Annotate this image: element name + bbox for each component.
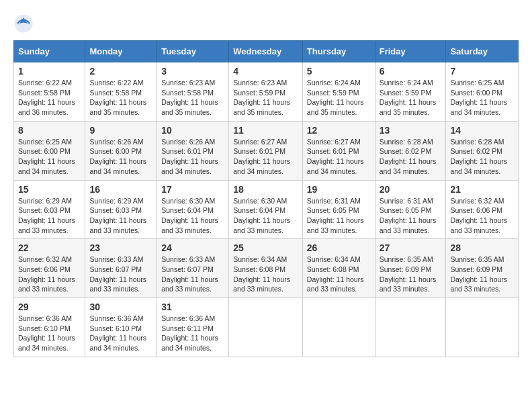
day-info: Sunrise: 6:31 AM Sunset: 6:05 PM Dayligh… bbox=[380, 196, 442, 236]
calendar-cell: 20 Sunrise: 6:31 AM Sunset: 6:05 PM Dayl… bbox=[375, 180, 446, 239]
day-info: Sunrise: 6:32 AM Sunset: 6:06 PM Dayligh… bbox=[18, 255, 81, 294]
day-number: 1 bbox=[18, 66, 81, 77]
day-number: 26 bbox=[307, 242, 371, 253]
day-number: 13 bbox=[380, 125, 442, 136]
calendar-cell: 27 Sunrise: 6:35 AM Sunset: 6:09 PM Dayl… bbox=[375, 239, 446, 298]
calendar-cell: 21 Sunrise: 6:32 AM Sunset: 6:06 PM Dayl… bbox=[446, 180, 519, 239]
day-number: 23 bbox=[89, 242, 152, 253]
day-number: 2 bbox=[89, 66, 152, 77]
calendar-cell: 18 Sunrise: 6:30 AM Sunset: 6:04 PM Dayl… bbox=[229, 180, 303, 239]
day-info: Sunrise: 6:26 AM Sunset: 6:00 PM Dayligh… bbox=[89, 137, 152, 177]
calendar-cell: 22 Sunrise: 6:32 AM Sunset: 6:06 PM Dayl… bbox=[14, 239, 85, 298]
day-number: 27 bbox=[380, 242, 442, 253]
day-number: 8 bbox=[18, 125, 81, 136]
calendar-header: SundayMondayTuesdayWednesdayThursdayFrid… bbox=[14, 41, 519, 62]
calendar-cell: 7 Sunrise: 6:25 AM Sunset: 6:00 PM Dayli… bbox=[446, 62, 519, 122]
day-info: Sunrise: 6:26 AM Sunset: 6:01 PM Dayligh… bbox=[161, 137, 224, 177]
day-number: 15 bbox=[18, 184, 81, 195]
day-info: Sunrise: 6:35 AM Sunset: 6:09 PM Dayligh… bbox=[380, 255, 442, 294]
header-day-thursday: Thursday bbox=[302, 41, 375, 62]
day-info: Sunrise: 6:23 AM Sunset: 5:59 PM Dayligh… bbox=[233, 78, 298, 118]
day-info: Sunrise: 6:35 AM Sunset: 6:09 PM Dayligh… bbox=[450, 255, 514, 294]
calendar-week-2: 8 Sunrise: 6:25 AM Sunset: 6:00 PM Dayli… bbox=[14, 121, 519, 180]
day-info: Sunrise: 6:36 AM Sunset: 6:11 PM Dayligh… bbox=[161, 314, 224, 353]
day-number: 28 bbox=[450, 242, 514, 253]
calendar-cell: 24 Sunrise: 6:33 AM Sunset: 6:07 PM Dayl… bbox=[157, 239, 229, 298]
logo bbox=[13, 13, 36, 34]
day-info: Sunrise: 6:24 AM Sunset: 5:59 PM Dayligh… bbox=[307, 78, 371, 118]
calendar-cell: 31 Sunrise: 6:36 AM Sunset: 6:11 PM Dayl… bbox=[157, 298, 229, 357]
calendar-cell: 19 Sunrise: 6:31 AM Sunset: 6:05 PM Dayl… bbox=[302, 180, 375, 239]
day-info: Sunrise: 6:22 AM Sunset: 5:58 PM Dayligh… bbox=[18, 78, 81, 118]
day-info: Sunrise: 6:24 AM Sunset: 5:59 PM Dayligh… bbox=[380, 78, 442, 118]
day-info: Sunrise: 6:33 AM Sunset: 6:07 PM Dayligh… bbox=[161, 255, 224, 294]
day-info: Sunrise: 6:32 AM Sunset: 6:06 PM Dayligh… bbox=[450, 196, 514, 236]
day-info: Sunrise: 6:27 AM Sunset: 6:01 PM Dayligh… bbox=[307, 137, 371, 177]
calendar-cell: 25 Sunrise: 6:34 AM Sunset: 6:08 PM Dayl… bbox=[229, 239, 303, 298]
calendar-cell: 8 Sunrise: 6:25 AM Sunset: 6:00 PM Dayli… bbox=[14, 121, 85, 180]
day-info: Sunrise: 6:36 AM Sunset: 6:10 PM Dayligh… bbox=[89, 314, 152, 353]
calendar-cell: 11 Sunrise: 6:27 AM Sunset: 6:01 PM Dayl… bbox=[229, 121, 303, 180]
day-number: 4 bbox=[233, 66, 298, 77]
header-row: SundayMondayTuesdayWednesdayThursdayFrid… bbox=[14, 41, 519, 62]
day-number: 9 bbox=[89, 125, 152, 136]
calendar-cell: 1 Sunrise: 6:22 AM Sunset: 5:58 PM Dayli… bbox=[14, 62, 85, 122]
day-number: 30 bbox=[89, 302, 152, 312]
calendar-cell: 17 Sunrise: 6:30 AM Sunset: 6:04 PM Dayl… bbox=[157, 180, 229, 239]
day-info: Sunrise: 6:27 AM Sunset: 6:01 PM Dayligh… bbox=[233, 137, 298, 177]
day-number: 6 bbox=[380, 66, 442, 77]
calendar-cell bbox=[229, 298, 303, 357]
day-number: 10 bbox=[161, 125, 224, 136]
calendar-table: SundayMondayTuesdayWednesdayThursdayFrid… bbox=[13, 40, 519, 357]
calendar-cell: 23 Sunrise: 6:33 AM Sunset: 6:07 PM Dayl… bbox=[85, 239, 157, 298]
calendar-cell: 6 Sunrise: 6:24 AM Sunset: 5:59 PM Dayli… bbox=[375, 62, 446, 122]
day-info: Sunrise: 6:23 AM Sunset: 5:58 PM Dayligh… bbox=[161, 78, 224, 118]
calendar-cell: 12 Sunrise: 6:27 AM Sunset: 6:01 PM Dayl… bbox=[302, 121, 375, 180]
day-number: 17 bbox=[161, 184, 224, 195]
day-number: 7 bbox=[450, 66, 514, 77]
day-info: Sunrise: 6:34 AM Sunset: 6:08 PM Dayligh… bbox=[233, 255, 298, 294]
calendar-cell: 28 Sunrise: 6:35 AM Sunset: 6:09 PM Dayl… bbox=[446, 239, 519, 298]
calendar-cell: 2 Sunrise: 6:22 AM Sunset: 5:58 PM Dayli… bbox=[85, 62, 157, 122]
calendar-cell: 4 Sunrise: 6:23 AM Sunset: 5:59 PM Dayli… bbox=[229, 62, 303, 122]
calendar-cell: 13 Sunrise: 6:28 AM Sunset: 6:02 PM Dayl… bbox=[375, 121, 446, 180]
calendar-body: 1 Sunrise: 6:22 AM Sunset: 5:58 PM Dayli… bbox=[14, 62, 519, 357]
calendar-cell: 30 Sunrise: 6:36 AM Sunset: 6:10 PM Dayl… bbox=[85, 298, 157, 357]
calendar-cell bbox=[375, 298, 446, 357]
day-number: 24 bbox=[161, 242, 224, 253]
calendar-cell: 9 Sunrise: 6:26 AM Sunset: 6:00 PM Dayli… bbox=[85, 121, 157, 180]
calendar-cell: 29 Sunrise: 6:36 AM Sunset: 6:10 PM Dayl… bbox=[14, 298, 85, 357]
page-header bbox=[13, 13, 519, 34]
day-info: Sunrise: 6:28 AM Sunset: 6:02 PM Dayligh… bbox=[380, 137, 442, 177]
calendar-cell: 14 Sunrise: 6:28 AM Sunset: 6:02 PM Dayl… bbox=[446, 121, 519, 180]
day-number: 11 bbox=[233, 125, 298, 136]
day-number: 3 bbox=[161, 66, 224, 77]
logo-icon bbox=[13, 13, 34, 34]
day-info: Sunrise: 6:30 AM Sunset: 6:04 PM Dayligh… bbox=[161, 196, 224, 236]
calendar-cell: 10 Sunrise: 6:26 AM Sunset: 6:01 PM Dayl… bbox=[157, 121, 229, 180]
header-day-saturday: Saturday bbox=[446, 41, 519, 62]
header-day-wednesday: Wednesday bbox=[229, 41, 303, 62]
header-day-sunday: Sunday bbox=[14, 41, 85, 62]
day-info: Sunrise: 6:22 AM Sunset: 5:58 PM Dayligh… bbox=[89, 78, 152, 118]
day-info: Sunrise: 6:33 AM Sunset: 6:07 PM Dayligh… bbox=[89, 255, 152, 294]
calendar-week-4: 22 Sunrise: 6:32 AM Sunset: 6:06 PM Dayl… bbox=[14, 239, 519, 298]
day-number: 25 bbox=[233, 242, 298, 253]
day-number: 21 bbox=[450, 184, 514, 195]
calendar-cell bbox=[302, 298, 375, 357]
calendar-week-1: 1 Sunrise: 6:22 AM Sunset: 5:58 PM Dayli… bbox=[14, 62, 519, 122]
calendar-cell: 15 Sunrise: 6:29 AM Sunset: 6:03 PM Dayl… bbox=[14, 180, 85, 239]
day-info: Sunrise: 6:25 AM Sunset: 6:00 PM Dayligh… bbox=[18, 137, 81, 177]
calendar-cell: 3 Sunrise: 6:23 AM Sunset: 5:58 PM Dayli… bbox=[157, 62, 229, 122]
calendar-cell: 5 Sunrise: 6:24 AM Sunset: 5:59 PM Dayli… bbox=[302, 62, 375, 122]
day-info: Sunrise: 6:31 AM Sunset: 6:05 PM Dayligh… bbox=[307, 196, 371, 236]
calendar-cell bbox=[446, 298, 519, 357]
day-number: 20 bbox=[380, 184, 442, 195]
day-info: Sunrise: 6:30 AM Sunset: 6:04 PM Dayligh… bbox=[233, 196, 298, 236]
day-number: 18 bbox=[233, 184, 298, 195]
day-number: 19 bbox=[307, 184, 371, 195]
header-day-friday: Friday bbox=[375, 41, 446, 62]
calendar-week-5: 29 Sunrise: 6:36 AM Sunset: 6:10 PM Dayl… bbox=[14, 298, 519, 357]
day-info: Sunrise: 6:34 AM Sunset: 6:08 PM Dayligh… bbox=[307, 255, 371, 294]
calendar-cell: 26 Sunrise: 6:34 AM Sunset: 6:08 PM Dayl… bbox=[302, 239, 375, 298]
